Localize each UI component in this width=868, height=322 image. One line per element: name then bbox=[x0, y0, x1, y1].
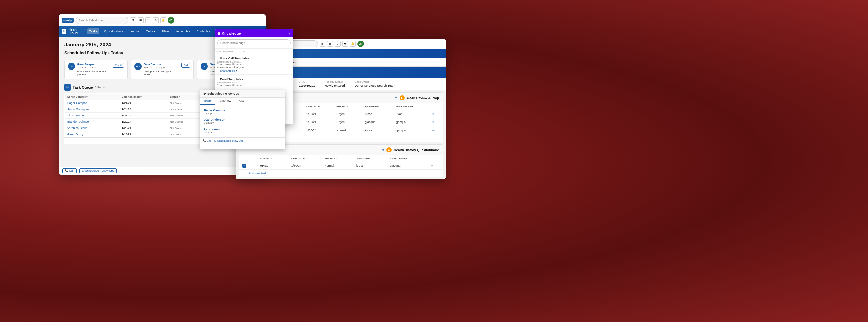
call-button[interactable]: 📞 Call bbox=[62, 168, 77, 173]
col-date[interactable]: Date Assigned ▾ bbox=[119, 94, 167, 100]
donor-name-link[interactable]: Brandon Johnson bbox=[67, 120, 90, 123]
goal-chevron-0[interactable]: ▼ bbox=[394, 96, 398, 100]
knowledge-item-desc-1: You can use these tem... bbox=[217, 63, 291, 66]
goal-title-1: Health History Questionnaire bbox=[394, 148, 439, 152]
card-desc-2: Attempt to call and get in touch. bbox=[144, 70, 179, 76]
card-desc-1: Email Jason about donor process. bbox=[77, 70, 111, 76]
col-subject[interactable]: SUBJECT bbox=[257, 155, 288, 162]
clock-icon: ⊕ bbox=[214, 139, 216, 142]
task-owner-2: gjacqua bbox=[392, 126, 429, 135]
settings-icon[interactable]: ⚙ bbox=[153, 17, 159, 23]
task-checkbox-0[interactable]: ✓ bbox=[239, 162, 257, 170]
card-name-1[interactable]: Gina Jacque bbox=[77, 63, 111, 66]
donor-name-link[interactable]: Alexis Romero bbox=[67, 114, 87, 117]
col-status[interactable]: Status ▾ bbox=[167, 94, 203, 100]
hc-user-avatar[interactable]: JR bbox=[357, 41, 364, 47]
followups-dropdown-header: ⊕ Scheduled Follow Ups bbox=[200, 90, 285, 98]
date-cell: 1/20/24 bbox=[119, 125, 167, 131]
avatar-2: GJ bbox=[134, 63, 142, 70]
add-task-icon-1: ＋ bbox=[242, 171, 245, 175]
help-icon[interactable]: ? bbox=[145, 17, 151, 23]
goal-section-1: ▼ ▶ Health History Questionnaire SUBJECT… bbox=[239, 144, 443, 177]
hc-settings-icon[interactable]: ⚙ bbox=[342, 41, 348, 47]
nav-tasks[interactable]: Tasks bbox=[87, 29, 99, 34]
donor-name-link[interactable]: Roger Campos bbox=[67, 101, 87, 105]
followup-name-2[interactable]: Jean Anderson bbox=[204, 118, 281, 121]
col-assignee[interactable]: ASSIGNEE bbox=[353, 155, 387, 162]
followups-list: Roger Campos 12:30pm Jean Anderson 11:30… bbox=[200, 105, 285, 137]
knowledge-section-email[interactable]: Email Templates bbox=[217, 76, 291, 81]
task-priority-0: Urgent bbox=[333, 110, 362, 118]
case-owner-label: Case Owner bbox=[355, 80, 395, 83]
followups-header-title: Scheduled Follow Ups bbox=[208, 92, 239, 95]
card-btn-1[interactable]: Email bbox=[113, 63, 124, 68]
bell-icon[interactable]: 🔔 bbox=[160, 17, 166, 23]
hc-calendar-icon[interactable]: ▦ bbox=[327, 41, 333, 47]
card-date-2: 2/26/24 · 12:30pm bbox=[144, 66, 179, 69]
donor-name-link[interactable]: Jason Rodrigues bbox=[67, 108, 90, 111]
task-edit-1[interactable]: ✏ bbox=[429, 118, 443, 126]
goal-chevron-1[interactable]: ▼ bbox=[381, 148, 384, 152]
user-avatar[interactable]: JR bbox=[168, 17, 175, 24]
knowledge-close-button[interactable]: × bbox=[289, 32, 291, 35]
task-queue-title: Task Queue bbox=[73, 85, 93, 90]
task-edit-0[interactable]: ✏ bbox=[428, 162, 443, 170]
followup-scheduled-label: Scheduled Follow Ups bbox=[217, 139, 244, 142]
followup-scheduled-btn[interactable]: ⊕ Scheduled Follow Ups bbox=[214, 139, 244, 142]
followup-card-1: GJ Gina Jacque 2/26/24 · 12:30pm Email J… bbox=[64, 60, 127, 79]
tab-past[interactable]: Past bbox=[235, 98, 247, 105]
grid-icon[interactable]: ⊞ bbox=[130, 17, 136, 23]
search-input[interactable] bbox=[76, 17, 128, 24]
followup-item-2: Jean Anderson 11:30am bbox=[200, 116, 285, 126]
hc-grid-icon[interactable]: ⊞ bbox=[319, 41, 326, 47]
knowledge-section-voice[interactable]: Voice Call Templates bbox=[217, 55, 291, 61]
task-due-0: 1/30/24 bbox=[288, 162, 321, 170]
col-priority[interactable]: PRIORITY bbox=[333, 103, 362, 110]
goal-task-row: ✓ HHSQ 1/30/24 Normal kross gjacqua ✏ bbox=[239, 162, 443, 170]
task-edit-0[interactable]: ✏ bbox=[429, 110, 443, 118]
tab-today[interactable]: Today bbox=[200, 98, 215, 105]
col-due[interactable]: DUE DATE bbox=[288, 155, 321, 162]
avatar-3: GJ bbox=[200, 63, 208, 70]
knowledge-meta: Last Updated 5:07 · 2:8... bbox=[215, 49, 293, 54]
nav-contacts[interactable]: Contacts ▾ bbox=[194, 29, 212, 34]
col-owner[interactable]: TASK OWNER bbox=[392, 103, 429, 110]
followup-call-btn[interactable]: 📞 Call bbox=[203, 139, 211, 142]
card-btn-2[interactable]: Call bbox=[181, 63, 190, 68]
knowledge-share-1[interactable]: Share Article ▾ bbox=[217, 69, 291, 73]
col-owner[interactable]: TASK OWNER bbox=[387, 155, 428, 162]
col-assignee[interactable]: ASSIGNEE bbox=[362, 103, 392, 110]
donor-name-link[interactable]: Veronica Leslie bbox=[67, 126, 87, 130]
hc-bell-icon[interactable]: 🔔 bbox=[350, 41, 355, 47]
nav-leads[interactable]: Leads ▾ bbox=[128, 29, 142, 34]
nav-opportunities[interactable]: Opportunities ▾ bbox=[102, 29, 125, 34]
nav-accounts[interactable]: Accounts ▾ bbox=[174, 29, 192, 34]
col-donor[interactable]: Donor Contact ▾ bbox=[65, 94, 119, 100]
date-cell: 1/24/24 bbox=[119, 100, 167, 106]
add-task-btn-1[interactable]: ＋ + Add new task bbox=[239, 169, 443, 177]
col-priority[interactable]: PRIORITY bbox=[321, 155, 353, 162]
followups-button[interactable]: ⊕ Scheduled Follow Ups bbox=[79, 168, 117, 173]
registry-status-field: Registry Status Newly entered bbox=[325, 80, 345, 87]
status-badge: Not Started bbox=[170, 127, 183, 130]
status-badge: Not Started bbox=[170, 133, 183, 136]
knowledge-header: ⊞ Knowledge × bbox=[215, 30, 293, 37]
knowledge-search-input[interactable] bbox=[217, 39, 291, 46]
knowledge-item-desc-2: You can use these tem... bbox=[217, 84, 291, 87]
col-due[interactable]: DUE DATE bbox=[303, 103, 333, 110]
calendar-icon[interactable]: ▦ bbox=[138, 17, 144, 23]
followup-name-1[interactable]: Roger Campos bbox=[204, 109, 281, 112]
card-name-2[interactable]: Gina Jacque bbox=[144, 63, 179, 66]
hc-help-icon[interactable]: ? bbox=[335, 41, 341, 47]
goal-icon-0: ▶ bbox=[400, 95, 405, 101]
waffle-icon[interactable]: ⊞ bbox=[62, 29, 66, 34]
followup-name-3[interactable]: Lexi Lomeli bbox=[204, 128, 281, 131]
nav-tasks2[interactable]: Tasks ▾ bbox=[144, 29, 157, 34]
task-edit-2[interactable]: ✏ bbox=[429, 126, 443, 135]
donor-name-link[interactable]: Jarret Gordy bbox=[67, 133, 84, 136]
task-priority-2: Normal bbox=[333, 126, 362, 135]
task-queue-icon: ☑ bbox=[64, 84, 71, 91]
nav-files[interactable]: Files ▾ bbox=[160, 29, 172, 34]
knowledge-item-2: Email Templates Last modified: 02/3/20..… bbox=[215, 75, 293, 88]
tab-tomorrow[interactable]: Tomorrow bbox=[215, 98, 235, 105]
